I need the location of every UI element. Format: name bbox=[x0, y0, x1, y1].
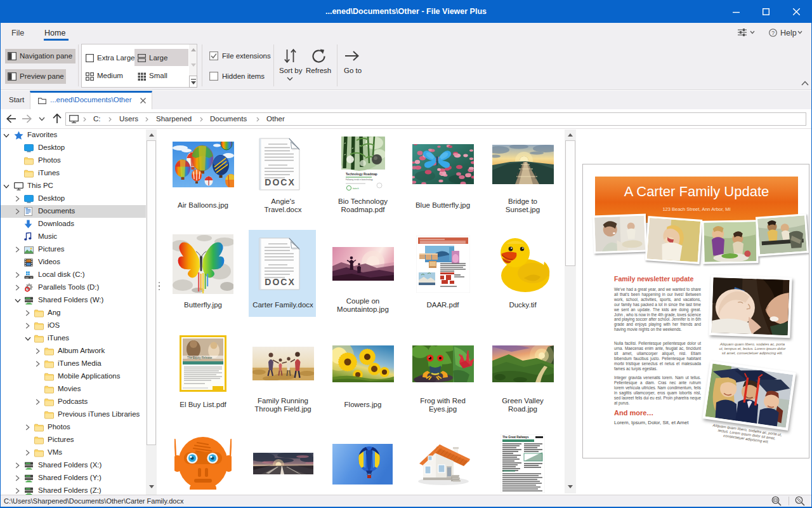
svg-text:DOCX: DOCX bbox=[265, 277, 295, 287]
svg-text:DOCX: DOCX bbox=[265, 177, 295, 187]
svg-text:Technology Roadmap: Technology Roadmap bbox=[346, 173, 377, 176]
svg-text:?: ? bbox=[771, 30, 775, 36]
svg-text:Following trends in biotechnol: Following trends in biotechnology bbox=[346, 178, 373, 181]
svg-text:biotech: biotech bbox=[353, 187, 359, 190]
svg-text:The Equity Release: The Equity Release bbox=[187, 356, 213, 359]
svg-text:The Great Railways: The Great Railways bbox=[502, 436, 529, 439]
